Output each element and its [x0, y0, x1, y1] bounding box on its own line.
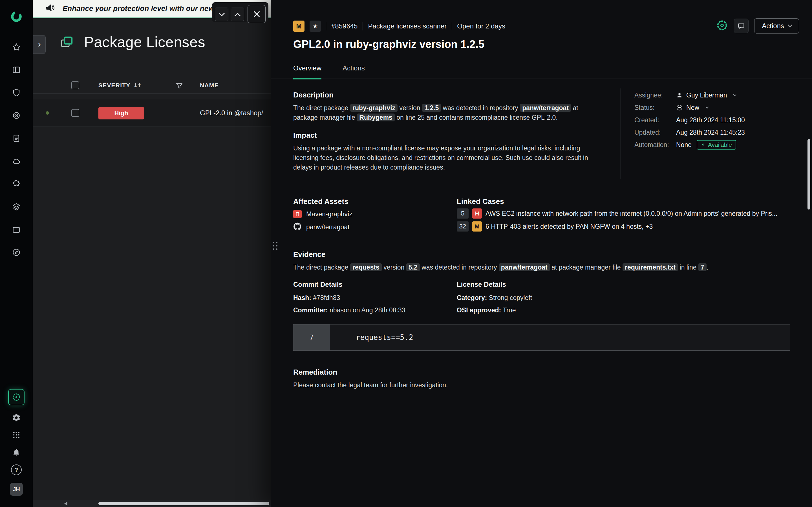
layers-icon[interactable] [11, 202, 21, 212]
row-checkbox[interactable] [71, 109, 79, 117]
comment-button[interactable] [734, 18, 749, 33]
automation-row: Automation: None Available [635, 139, 736, 151]
previous-finding-button[interactable] [231, 8, 244, 21]
prisma-logo-icon [10, 10, 23, 23]
bolt-icon [701, 143, 705, 147]
evidence-heading: Evidence [293, 250, 325, 259]
evidence-text: The direct package requests version 5.2 … [293, 263, 778, 272]
package-manager-token: Rubygems [357, 114, 395, 121]
vertical-scrollbar-thumb[interactable] [808, 139, 810, 210]
case-count-badge: 5 [457, 209, 469, 219]
status-icon [676, 104, 683, 111]
close-panel-button[interactable] [248, 5, 266, 23]
version-token: 5.2 [406, 263, 420, 271]
impact-heading: Impact [293, 131, 317, 140]
wallet-icon[interactable] [11, 225, 21, 234]
bell-icon[interactable] [11, 447, 21, 457]
chevron-up-icon [234, 13, 240, 18]
close-icon [252, 10, 261, 18]
case-title[interactable]: 6 HTTP-403 alerts detected by PAN NGFW o… [486, 223, 653, 230]
horizontal-scrollbar[interactable] [33, 500, 271, 507]
boards-icon[interactable] [11, 65, 21, 75]
puzzle-icon[interactable] [11, 179, 21, 189]
person-icon [676, 92, 683, 99]
open-duration: Open for 2 days [457, 22, 505, 30]
finding-row[interactable]: High GPL-2.0 in @tashop/ [33, 100, 271, 126]
panel-header: M ★ #859645 Package licenses scanner Ope… [293, 20, 505, 32]
scroll-left-icon[interactable] [64, 502, 67, 506]
code-snippet: 7 requests==5.2 [293, 324, 790, 351]
linked-case-row[interactable]: 32 M 6 HTTP-403 alerts detected by PAN N… [457, 221, 792, 232]
finding-id: #859645 [331, 22, 357, 30]
actions-button[interactable]: Actions [754, 18, 799, 34]
user-avatar[interactable]: JH [10, 483, 23, 496]
panel-drag-handle-icon[interactable] [273, 242, 277, 250]
active-module-spark-icon[interactable] [8, 389, 24, 405]
finding-title: GPL2.0 in ruby-graphviz version 1.2.5 [293, 38, 485, 50]
cloud-icon[interactable] [11, 156, 21, 166]
assignee-name: Guy Liberman [686, 92, 727, 99]
help-icon[interactable]: ? [11, 464, 22, 475]
severity-header-label: SEVERITY [98, 82, 130, 89]
asset-name[interactable]: panw/terragoat [306, 223, 349, 231]
updated-value: Aug 28th 2024 11:45:23 [676, 129, 745, 136]
brand-logo[interactable] [10, 10, 23, 24]
assignee-value[interactable]: Guy Liberman [676, 92, 736, 99]
meta-divider [620, 89, 621, 179]
sort-icon[interactable]: ↓↑ [133, 82, 141, 89]
filter-icon[interactable] [175, 82, 183, 91]
version-token: 1.2.5 [422, 104, 441, 112]
description-text: The direct package ruby-graphviz version… [293, 103, 592, 122]
status-name: New [686, 104, 699, 112]
created-label: Created: [635, 116, 676, 124]
gear-icon[interactable] [11, 413, 21, 422]
next-finding-button[interactable] [215, 8, 229, 21]
tab-overview[interactable]: Overview [293, 64, 321, 79]
target-icon[interactable] [11, 111, 21, 120]
automation-label: Automation: [635, 141, 676, 149]
table-header: SEVERITY ↓↑ NAME [33, 78, 271, 94]
asset-name[interactable]: Maven-graphviz [306, 210, 352, 218]
compass-icon[interactable] [11, 247, 21, 257]
severity-badge-medium: M [293, 20, 305, 32]
license-category: Category: Strong copyleft [457, 293, 532, 302]
expand-nav-button[interactable]: › [33, 35, 46, 54]
package-token: requests [350, 263, 382, 271]
panel-actions-row: Actions [716, 18, 799, 34]
favorite-star-button[interactable]: ★ [310, 20, 321, 32]
license-details-heading: License Details [457, 281, 506, 288]
commit-hash: Hash: #78fdh83 [293, 293, 340, 302]
remediation-text: Please contact the legal team for furthe… [293, 380, 688, 390]
report-icon[interactable] [11, 133, 21, 143]
github-icon [293, 222, 302, 232]
assignee-row: Assignee: Guy Liberman [635, 90, 736, 101]
case-count-badge: 32 [457, 221, 469, 231]
actions-button-label: Actions [762, 22, 784, 30]
select-all-checkbox[interactable] [71, 81, 79, 89]
chevron-down-icon [733, 93, 737, 96]
severity-column-header[interactable]: SEVERITY ↓↑ [98, 82, 141, 89]
status-label: Status: [635, 104, 676, 112]
updated-row: Updated: Aug 28th 2024 11:45:23 [635, 127, 745, 138]
available-label: Available [708, 142, 732, 148]
automation-available-badge[interactable]: Available [697, 140, 736, 150]
finding-name[interactable]: GPL-2.0 in @tashop/ [200, 109, 270, 117]
code-content: requests==5.2 [330, 325, 790, 350]
asset-row[interactable]: Maven-graphviz [293, 209, 352, 220]
star-icon[interactable] [11, 42, 21, 52]
status-value[interactable]: New [676, 104, 708, 112]
chevron-down-icon [705, 105, 709, 108]
apps-grid-icon[interactable] [11, 430, 21, 440]
name-column-header[interactable]: NAME [200, 82, 219, 89]
case-title[interactable]: AWS EC2 instance with network path from … [486, 210, 777, 217]
line-token: 7 [698, 263, 707, 271]
package-token: ruby-graphviz [350, 104, 398, 112]
horizontal-scrollbar-thumb[interactable] [98, 502, 269, 505]
finding-detail-panel: M ★ #859645 Package licenses scanner Ope… [271, 0, 812, 507]
created-value: Aug 28th 2024 11:15:00 [676, 116, 745, 124]
linked-case-row[interactable]: 5 H AWS EC2 instance with network path f… [457, 208, 792, 219]
asset-row[interactable]: panw/terragoat [293, 221, 349, 233]
automation-glow-icon[interactable] [716, 19, 728, 33]
tab-actions[interactable]: Actions [343, 64, 365, 79]
shield-icon[interactable] [11, 88, 21, 98]
